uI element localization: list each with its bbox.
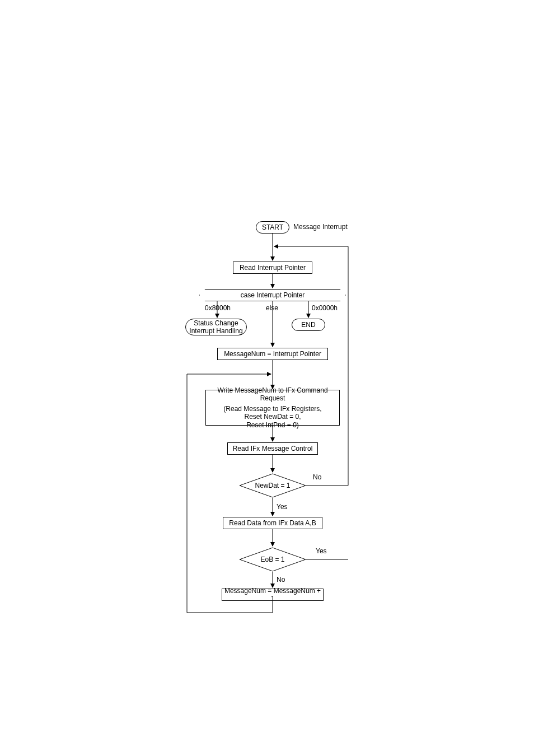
- case-interrupt-pointer-box: case Interrupt Pointer: [199, 289, 346, 301]
- write-messagenum-line4: Reset IntPnd = 0): [246, 421, 299, 429]
- start-terminator: START: [256, 221, 289, 234]
- messagenum-eq-label: MessageNum = Interrupt Pointer: [224, 350, 321, 358]
- write-messagenum-line1: Write MessageNum to IFx Command Request: [206, 386, 339, 405]
- eob-yes-label: Yes: [316, 547, 327, 555]
- eob-label: EoB = 1: [260, 556, 284, 563]
- start-label: START: [262, 223, 283, 231]
- flowchart-page: START Message Interrupt Read Interrupt P…: [0, 0, 534, 756]
- eob-no-label: No: [277, 576, 285, 584]
- read-message-control-label: Read IFx Message Control: [233, 445, 313, 452]
- messagenum-inc-label: MessageNum = MessageNum + 1: [222, 587, 323, 603]
- messagenum-inc-box: MessageNum = MessageNum + 1: [222, 589, 324, 601]
- branch-0x8000h-label: 0x8000h: [205, 304, 231, 312]
- message-interrupt-label: Message Interrupt: [293, 223, 348, 231]
- eob-decision: EoB = 1: [239, 547, 306, 572]
- write-messagenum-line3: Reset NewDat = 0,: [244, 413, 301, 421]
- write-messagenum-line2: (Read Message to IFx Registers,: [223, 405, 321, 413]
- read-data-box: Read Data from IFx Data A,B: [223, 517, 322, 529]
- write-messagenum-box: Write MessageNum to IFx Command Request …: [205, 390, 340, 426]
- read-interrupt-pointer-box: Read Interrupt Pointer: [233, 262, 312, 274]
- newdat-no-label: No: [313, 473, 321, 481]
- end-terminator: END: [292, 319, 325, 331]
- end-label: END: [301, 321, 315, 329]
- status-change-line2: Interrupt Handling: [189, 327, 242, 335]
- status-change-line1: Status Change: [194, 319, 238, 327]
- messagenum-eq-box: MessageNum = Interrupt Pointer: [217, 348, 328, 360]
- read-message-control-box: Read IFx Message Control: [227, 442, 318, 455]
- read-interrupt-pointer-label: Read Interrupt Pointer: [240, 264, 306, 272]
- case-interrupt-pointer-label: case Interrupt Pointer: [241, 291, 305, 299]
- status-change-terminator: Status Change Interrupt Handling: [185, 319, 247, 335]
- connectors-overlay: [0, 0, 534, 756]
- newdat-decision: NewDat = 1: [239, 473, 306, 498]
- branch-0x0000h-label: 0x0000h: [312, 304, 338, 312]
- branch-else-label: else: [266, 304, 278, 312]
- newdat-yes-label: Yes: [277, 503, 288, 511]
- read-data-label: Read Data from IFx Data A,B: [229, 519, 316, 527]
- newdat-label: NewDat = 1: [255, 482, 290, 489]
